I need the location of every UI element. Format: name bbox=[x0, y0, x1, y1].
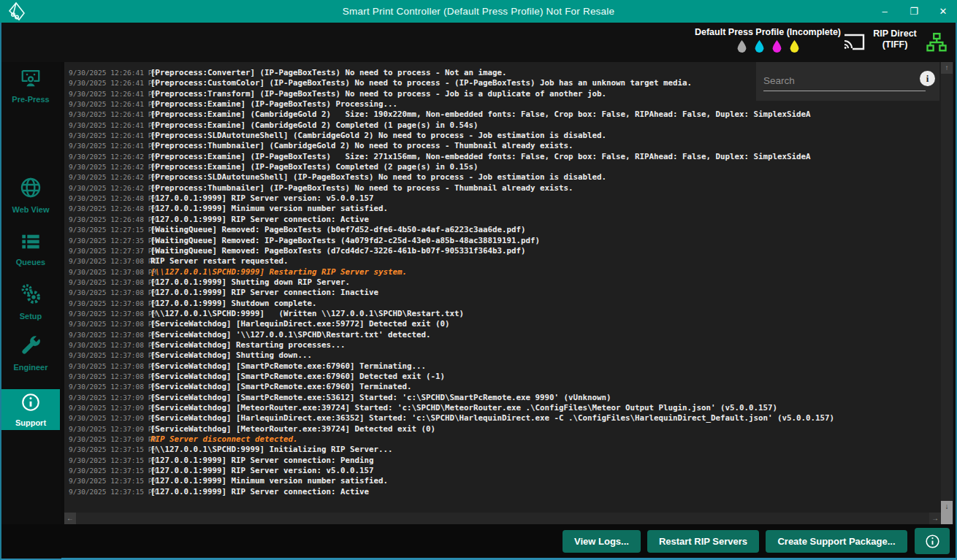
log-timestamp: 9/30/2025 12:26:41 PM bbox=[69, 99, 150, 108]
log-lines: 9/30/2025 12:26:41 PM[Preprocess:Convert… bbox=[69, 66, 937, 496]
sidebar-item-web-view[interactable]: Web View bbox=[1, 173, 60, 214]
log-timestamp: 9/30/2025 12:26:48 PM bbox=[69, 215, 150, 223]
log-entry: 9/30/2025 12:26:41 PM[Preprocess:Thumbna… bbox=[69, 139, 937, 150]
log-message: [Preprocess:Examine] (IP-PageBoxTests) S… bbox=[150, 152, 811, 161]
log-message: [ServiceWatchdog] [SmartPcRemote.exe:679… bbox=[150, 361, 426, 370]
log-message: [127.0.0.1:9999] Shutdown complete. bbox=[150, 299, 317, 307]
view-logs-button[interactable]: View Logs... bbox=[563, 530, 641, 553]
press-profile-label: Default Press Profile (Incomplete) bbox=[694, 27, 842, 37]
log-entry: 9/30/2025 12:26:41 PM[Preprocess:Examine… bbox=[69, 108, 937, 118]
support-info-icon bbox=[20, 392, 41, 413]
log-timestamp: 9/30/2025 12:37:08 PM bbox=[69, 267, 150, 276]
log-timestamp: 9/30/2025 12:37:08 PM bbox=[69, 256, 150, 265]
title-bar: Smart Print Controller (Default Press Pr… bbox=[0, 0, 957, 23]
scroll-right-icon[interactable]: → bbox=[929, 513, 941, 524]
sidebar-item-label: Engineer bbox=[1, 363, 60, 372]
log-entry: 9/30/2025 12:37:08 PM[\\127.0.0.1\SPCHD:… bbox=[69, 307, 937, 318]
log-entry: 9/30/2025 12:37:08 PM[ServiceWatchdog] R… bbox=[69, 339, 937, 349]
log-message: [ServiceWatchdog] [HarlequinDirect.exe:3… bbox=[150, 413, 834, 422]
sidebar-item-setup[interactable]: Setup bbox=[1, 280, 60, 321]
log-message: [Preprocess:Thumbnailer] (CambridgeGold … bbox=[150, 141, 573, 150]
log-message: [WaitingQueue] Removed: PageBoxTests (d7… bbox=[150, 246, 526, 255]
log-timestamp: 9/30/2025 12:26:42 PM bbox=[69, 152, 150, 161]
log-timestamp: 9/30/2025 12:27:35 PM bbox=[69, 236, 150, 245]
horizontal-scrollbar[interactable]: ← → bbox=[64, 513, 941, 524]
log-viewer[interactable]: 9/30/2025 12:26:41 PM[Preprocess:Convert… bbox=[64, 62, 953, 524]
log-entry: 9/30/2025 12:26:42 PM[Preprocess:Thumbna… bbox=[69, 182, 937, 192]
queues-list-icon bbox=[20, 231, 42, 252]
search-panel: i bbox=[756, 62, 939, 101]
ink-droplet-gray-icon bbox=[736, 39, 747, 53]
vertical-scrollbar[interactable]: ↑ ↓ bbox=[941, 62, 953, 513]
log-timestamp: 9/30/2025 12:26:41 PM bbox=[69, 68, 150, 77]
log-entry: 9/30/2025 12:37:15 PM[127.0.0.1:9999] RI… bbox=[69, 464, 937, 475]
minimize-button[interactable]: – bbox=[878, 6, 891, 17]
sidebar-nav: Pre-Press Web View Queues bbox=[1, 62, 61, 559]
sidebar-item-engineer[interactable]: Engineer bbox=[1, 331, 60, 372]
log-timestamp: 9/30/2025 12:37:09 PM bbox=[69, 434, 150, 443]
search-info-icon[interactable]: i bbox=[920, 71, 935, 86]
log-message: [Preprocess:Examine] (IP-PageBoxTests) C… bbox=[150, 162, 478, 171]
log-timestamp: 9/30/2025 12:26:41 PM bbox=[69, 131, 150, 139]
log-message: [127.0.0.1:9999] RIP Server connection: … bbox=[150, 456, 374, 464]
log-timestamp: 9/30/2025 12:37:08 PM bbox=[69, 361, 150, 370]
network-status-icon[interactable] bbox=[925, 31, 948, 56]
ink-channel-indicators bbox=[694, 39, 842, 53]
sidebar-item-label: Pre-Press bbox=[1, 95, 60, 104]
log-message: [Preprocess:Examine] (CambridgeGold 2) S… bbox=[150, 110, 811, 118]
log-message: [127.0.0.1:9999] RIP Server connection: … bbox=[150, 215, 369, 223]
log-message: RIP Server restart requested. bbox=[150, 256, 289, 265]
log-entry: 9/30/2025 12:26:42 PM[Preprocess:Examine… bbox=[69, 150, 937, 161]
log-entry: 9/30/2025 12:27:37 PM[WaitingQueue] Remo… bbox=[69, 245, 937, 255]
log-entry: 9/30/2025 12:37:08 PM[ServiceWatchdog] [… bbox=[69, 360, 937, 370]
scroll-up-icon[interactable]: ↑ bbox=[941, 62, 953, 74]
log-timestamp: 9/30/2025 12:37:09 PM bbox=[69, 393, 150, 402]
rip-mode-line1: RIP Direct bbox=[869, 28, 920, 39]
log-message: [127.0.0.1:9999] RIP Server connection: … bbox=[150, 288, 378, 296]
sidebar-item-support[interactable]: Support bbox=[1, 389, 60, 430]
log-entry: 9/30/2025 12:26:48 PM[127.0.0.1:9999] RI… bbox=[69, 192, 937, 202]
log-message: [Preprocess:SLDAutotuneShell] (IP-PageBo… bbox=[150, 172, 606, 181]
log-entry: 9/30/2025 12:37:09 PMRIP Server disconne… bbox=[69, 433, 937, 443]
log-timestamp: 9/30/2025 12:37:08 PM bbox=[69, 340, 150, 349]
sidebar-item-pre-press[interactable]: Pre-Press bbox=[1, 64, 60, 104]
log-entry: 9/30/2025 12:27:35 PM[WaitingQueue] Remo… bbox=[69, 234, 937, 245]
scroll-down-icon[interactable]: ↓ bbox=[941, 501, 953, 513]
log-timestamp: 9/30/2025 12:26:41 PM bbox=[69, 110, 150, 118]
log-timestamp: 9/30/2025 12:37:08 PM bbox=[69, 277, 150, 286]
create-support-package-button[interactable]: Create Support Package... bbox=[766, 530, 907, 553]
log-entry: 9/30/2025 12:37:09 PM[ServiceWatchdog] [… bbox=[69, 391, 937, 402]
log-timestamp: 9/30/2025 12:37:08 PM bbox=[69, 350, 150, 359]
log-timestamp: 9/30/2025 12:37:08 PM bbox=[69, 330, 150, 339]
log-message: [127.0.0.1:9999] RIP Server version: v5.… bbox=[150, 466, 374, 475]
close-button[interactable]: ✕ bbox=[937, 6, 950, 17]
log-message: [ServiceWatchdog] [SmartPcRemote.exe:679… bbox=[150, 382, 412, 391]
footer-info-button[interactable] bbox=[915, 528, 950, 554]
log-entry: 9/30/2025 12:37:08 PM[127.0.0.1:9999] Sh… bbox=[69, 297, 937, 307]
log-entry: 9/30/2025 12:27:15 PM[WaitingQueue] Remo… bbox=[69, 223, 937, 234]
restart-rip-servers-button[interactable]: Restart RIP Servers bbox=[647, 530, 759, 553]
log-entry: 9/30/2025 12:37:08 PM[127.0.0.1:9999] Sh… bbox=[69, 276, 937, 286]
log-entry: 9/30/2025 12:26:42 PM[Preprocess:SLDAuto… bbox=[69, 171, 937, 181]
log-message: [\\127.0.0.1\SPCHD:9999] (Written \\127.… bbox=[150, 309, 464, 318]
log-message: [Preprocess:CustomColor] (IP-PageBoxTest… bbox=[150, 78, 692, 87]
log-message: [ServiceWatchdog] '\\127.0.0.1\SPCHD\Res… bbox=[150, 330, 431, 339]
setup-gears-icon bbox=[19, 283, 42, 306]
cast-output-icon[interactable] bbox=[843, 32, 865, 54]
search-input[interactable] bbox=[763, 74, 926, 91]
log-entry: 9/30/2025 12:26:48 PM[127.0.0.1:9999] RI… bbox=[69, 213, 937, 223]
log-entry: 9/30/2025 12:37:15 PM[127.0.0.1:9999] RI… bbox=[69, 454, 937, 464]
scroll-left-icon[interactable]: ← bbox=[64, 513, 76, 524]
log-message: [ServiceWatchdog] Restarting processes..… bbox=[150, 340, 346, 349]
log-message: [Preprocess:Converter] (IP-PageBoxTests)… bbox=[150, 68, 507, 77]
log-timestamp: 9/30/2025 12:26:42 PM bbox=[69, 172, 150, 181]
log-timestamp: 9/30/2025 12:26:41 PM bbox=[69, 141, 150, 150]
sidebar-item-queues[interactable]: Queues bbox=[1, 229, 60, 266]
prepress-icon bbox=[19, 67, 42, 89]
ink-droplet-yellow-icon bbox=[789, 39, 800, 53]
log-timestamp: 9/30/2025 12:37:08 PM bbox=[69, 319, 150, 328]
maximize-button[interactable]: ❐ bbox=[907, 6, 920, 17]
log-timestamp: 9/30/2025 12:26:41 PM bbox=[69, 120, 150, 129]
log-timestamp: 9/30/2025 12:26:41 PM bbox=[69, 89, 150, 98]
log-timestamp: 9/30/2025 12:37:08 PM bbox=[69, 309, 150, 318]
